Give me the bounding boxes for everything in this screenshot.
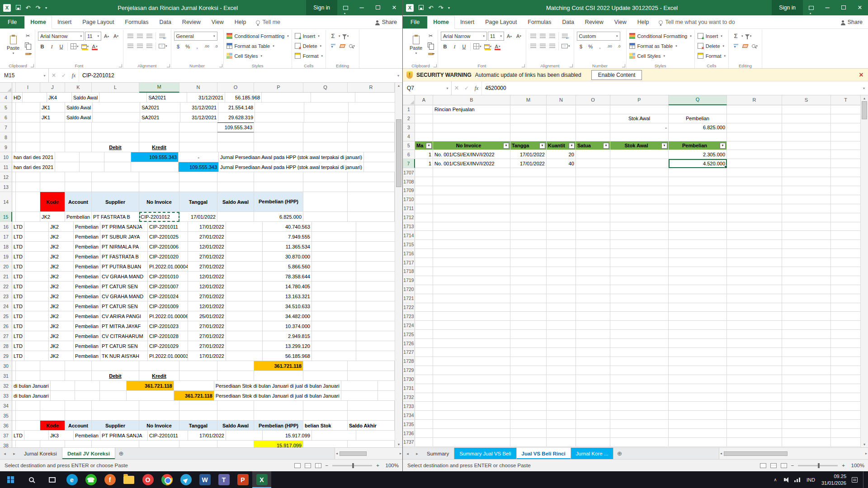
grid-cell-I37[interactable] [24, 431, 49, 441]
grid-cell-B1713[interactable] [433, 222, 510, 231]
grid-cell-h34[interactable] [12, 401, 16, 411]
grid-cell-N1720[interactable] [547, 285, 576, 294]
ribbon-tab-view[interactable]: View [609, 16, 632, 28]
grid-cell-R36[interactable]: Saldo Akhir [348, 421, 395, 431]
grid-cell-P15[interactable]: 6.825.000 [254, 212, 303, 222]
close-button[interactable] [852, 0, 868, 15]
select-all-corner[interactable] [403, 95, 415, 105]
row-header-13[interactable]: 13 [0, 182, 12, 192]
vertical-scroll-thumb[interactable] [862, 101, 867, 119]
grid-cell-M24[interactable]: CIP-2201009 [148, 301, 188, 311]
enter-icon[interactable] [462, 81, 472, 95]
language-indicator[interactable]: IND [806, 477, 816, 483]
network-icon[interactable] [794, 478, 800, 482]
grid-cell-J22[interactable]: JK2 [49, 282, 74, 291]
grid-cell-J6[interactable]: JK1 [40, 113, 65, 122]
grid-cell-B1727[interactable] [433, 348, 510, 357]
grid-cell-B1733[interactable] [433, 402, 510, 411]
grid-cell-S1710[interactable] [782, 195, 831, 204]
grid-cell-O3[interactable] [576, 123, 610, 132]
grid-cell-O4[interactable] [576, 132, 610, 141]
grid-cell-h38[interactable] [12, 441, 16, 447]
grid-cell-S5[interactable] [782, 141, 831, 150]
percent-style-button[interactable] [586, 42, 595, 51]
sign-in-button[interactable]: Sign in [772, 0, 803, 15]
grid-cell-O22[interactable] [226, 282, 263, 291]
grid-cell-Q19[interactable] [312, 252, 356, 262]
grid-cell-Q1730[interactable] [669, 375, 727, 384]
grid-cell-P1737[interactable] [610, 438, 669, 447]
grid-cell-Q22[interactable] [312, 282, 356, 291]
merge-center-button[interactable] [561, 42, 571, 50]
grid-cell-M3[interactable] [510, 123, 547, 132]
grid-cell-P23[interactable]: 13.163.321 [263, 291, 312, 301]
row-header-1735[interactable]: 1735 [403, 420, 415, 429]
speaker-icon[interactable] [783, 478, 789, 481]
name-box-chevron-icon[interactable] [41, 74, 48, 78]
undo-icon[interactable] [23, 5, 33, 11]
page-layout-view-icon[interactable] [305, 463, 311, 468]
grid-cell-P27[interactable]: 2.949.815 [263, 331, 312, 341]
name-box[interactable]: M15 [0, 69, 49, 82]
grid-cell-h9[interactable] [12, 142, 16, 152]
select-all-corner[interactable] [0, 83, 12, 93]
grid-cell-A1721[interactable] [415, 294, 433, 303]
sheet-tab-summary-jual-vs-beli[interactable]: Summary Jual VS Beli [454, 448, 516, 459]
grid-cell-L7[interactable] [92, 122, 139, 132]
row-header-11[interactable]: 11 [0, 162, 12, 172]
grid-cell-N10[interactable]: Jurnal Persediaan Awal pada HPP (stok aw… [219, 152, 364, 162]
grid-cell-Q1718[interactable] [669, 267, 727, 276]
fill-button[interactable] [329, 42, 337, 50]
grid-cell-M35[interactable] [139, 411, 179, 421]
grid-cell-h26[interactable]: LTD [12, 321, 24, 331]
grid-cell-J27[interactable]: JK2 [49, 331, 74, 341]
grid-cell-P1723[interactable] [610, 312, 669, 321]
name-box-chevron-icon[interactable] [443, 86, 451, 90]
row-header-36[interactable]: 36 [0, 421, 12, 431]
horizontal-scrollbar[interactable] [719, 448, 868, 459]
grid-cell-I12[interactable] [16, 172, 40, 182]
grid-cell-M8[interactable] [139, 132, 179, 142]
decrease-decimal-button[interactable] [212, 42, 221, 51]
fill-button[interactable] [731, 42, 740, 50]
grid-cell-R1718[interactable] [727, 267, 782, 276]
grid-cell-P6[interactable] [255, 113, 304, 122]
grid-cell-R1707[interactable] [727, 168, 782, 177]
grid-cell-S7[interactable] [782, 159, 831, 168]
grid-cell-N32[interactable]: Persediaan Stok di bulan Januari di jual… [214, 381, 341, 391]
grid-cell-K9[interactable] [65, 142, 92, 152]
grid-cell-P24[interactable]: 34.510.633 [263, 301, 312, 311]
column-header-M[interactable]: M [510, 95, 547, 105]
grid-cell-M18[interactable]: CIP-2201006 [148, 242, 188, 252]
normal-view-icon[interactable] [760, 463, 766, 468]
grid-cell-R21[interactable] [356, 272, 395, 282]
grid-cell-Q17[interactable] [312, 232, 356, 242]
grid-cell-R6[interactable] [727, 150, 782, 159]
row-header-4[interactable]: 4 [403, 132, 415, 141]
grid-cell-R1721[interactable] [727, 294, 782, 303]
grid-cell-P9[interactable] [254, 142, 303, 152]
grid-cell-B1718[interactable] [433, 267, 510, 276]
grid-cell-I4[interactable] [23, 93, 47, 103]
grid-cell-N1735[interactable] [547, 420, 576, 429]
grid-cell-R17[interactable] [356, 232, 395, 242]
ribbon-tab-home[interactable]: Home [427, 16, 455, 29]
paste-button[interactable]: Paste [406, 35, 425, 55]
grid-cell-M1707[interactable] [510, 168, 547, 177]
grid-cell-S2[interactable] [782, 114, 831, 123]
grid-cell-K36[interactable]: Account [65, 421, 92, 431]
grid-cell-M29[interactable]: PI.2022.01.00003 [148, 351, 188, 361]
grid-cell-O1720[interactable] [576, 285, 610, 294]
number-dialog-launcher-icon[interactable] [622, 64, 625, 67]
grid-cell-M33[interactable]: 361.721.118 [174, 391, 214, 401]
grid-cell-O1721[interactable] [576, 294, 610, 303]
column-header-B[interactable]: B [433, 95, 510, 105]
grid-cell-N1[interactable] [547, 105, 576, 114]
grid-cell-A1725[interactable] [415, 330, 433, 339]
grid-cell-M1731[interactable] [510, 384, 547, 393]
grid-cell-T1729[interactable] [831, 366, 860, 375]
grid-cell-I22[interactable] [24, 282, 49, 291]
grid-cell-R1710[interactable] [727, 195, 782, 204]
grid-cell-B3[interactable] [433, 123, 510, 132]
grid-cell-B1714[interactable] [433, 231, 510, 240]
